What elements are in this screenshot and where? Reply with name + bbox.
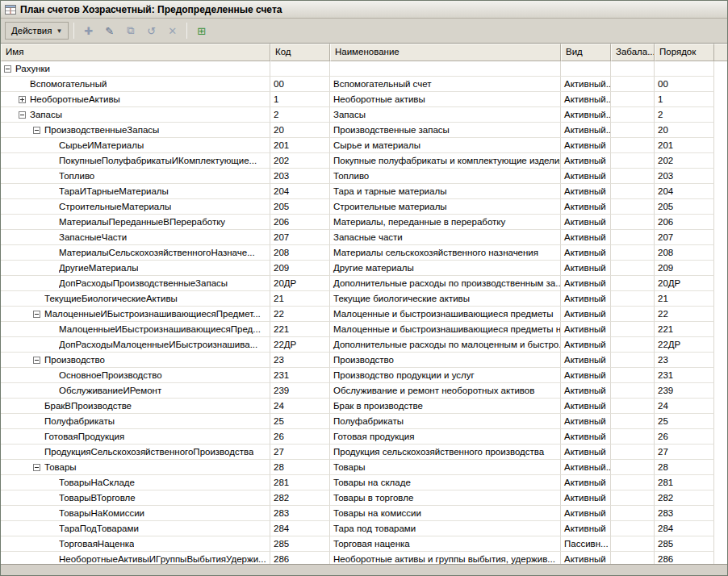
account-name-cell[interactable]: БракВПроизводстве bbox=[1, 399, 270, 414]
account-fullname-cell[interactable]: Товары на складе bbox=[330, 475, 561, 490]
account-code-cell[interactable]: 1 bbox=[270, 92, 330, 107]
account-code-cell[interactable]: 20 bbox=[270, 123, 330, 138]
account-order-cell[interactable]: 239 bbox=[655, 383, 714, 399]
account-code-cell[interactable]: 24 bbox=[270, 399, 330, 414]
account-fullname-cell[interactable]: Сырье и материалы bbox=[330, 138, 561, 153]
table-row[interactable]: ЗапасныеЧасти 207 Запасные части Активны… bbox=[1, 230, 727, 245]
account-offbalance-cell[interactable] bbox=[611, 552, 655, 564]
account-order-cell[interactable]: 283 bbox=[655, 506, 714, 521]
account-code-cell[interactable]: 26 bbox=[270, 429, 330, 445]
account-fullname-cell[interactable]: Дополнительные расходы по производственн… bbox=[330, 276, 561, 291]
account-code-cell[interactable]: 231 bbox=[270, 368, 330, 383]
account-order-cell[interactable]: 201 bbox=[655, 138, 714, 153]
table-row[interactable]: Вспомогательный 00 Вспомогательный счет … bbox=[1, 77, 727, 92]
table-row[interactable]: Товары 28 Товары Активный... 28 bbox=[1, 460, 727, 475]
account-fullname-cell[interactable]: Материалы сельскохозяйственного назначен… bbox=[330, 245, 561, 261]
account-fullname-cell[interactable]: Производственные запасы bbox=[330, 123, 561, 138]
account-name-cell[interactable]: ТорговаяНаценка bbox=[1, 536, 270, 552]
account-fullname-cell[interactable]: Другие материалы bbox=[330, 261, 561, 276]
table-row[interactable]: Запасы 2 Запасы Активный... 2 bbox=[1, 107, 727, 123]
account-offbalance-cell[interactable] bbox=[611, 506, 655, 521]
account-fullname-cell[interactable]: Брак в производстве bbox=[330, 399, 561, 414]
account-offbalance-cell[interactable] bbox=[611, 414, 655, 429]
account-order-cell[interactable]: 209 bbox=[655, 261, 714, 276]
table-row[interactable]: ТекущиеБиологическиеАктивы 21 Текущие би… bbox=[1, 291, 727, 307]
table-row[interactable]: Производство 23 Производство Активный 23 bbox=[1, 353, 727, 368]
table-row[interactable]: ПродукцияСельскохозяйственногоПроизводст… bbox=[1, 445, 727, 460]
account-fullname-cell[interactable]: Запасные части bbox=[330, 230, 561, 245]
table-row[interactable]: ДопРасходыПроизводственныеЗапасы 20ДР До… bbox=[1, 276, 727, 291]
account-kind-cell[interactable]: Активный bbox=[561, 215, 611, 230]
account-kind-cell[interactable]: Активный bbox=[561, 245, 611, 261]
column-header-order[interactable]: Порядок bbox=[655, 44, 714, 61]
account-code-cell[interactable]: 239 bbox=[270, 383, 330, 399]
account-offbalance-cell[interactable] bbox=[611, 61, 655, 77]
account-code-cell[interactable]: 285 bbox=[270, 536, 330, 552]
account-kind-cell[interactable]: Активный bbox=[561, 230, 611, 245]
tree-expander-icon[interactable] bbox=[19, 111, 26, 119]
account-name-cell[interactable]: Запасы bbox=[1, 107, 270, 123]
account-offbalance-cell[interactable] bbox=[611, 184, 655, 199]
account-kind-cell[interactable]: Пассивн... bbox=[561, 536, 611, 552]
account-order-cell[interactable]: 285 bbox=[655, 536, 714, 552]
account-name-cell[interactable]: Полуфабрикаты bbox=[1, 414, 270, 429]
table-row[interactable]: МатериалыСельскохозяйственногоНазначе...… bbox=[1, 245, 727, 261]
account-fullname-cell[interactable]: Строительные материалы bbox=[330, 199, 561, 215]
table-row[interactable]: МалоценныеИБыстроизнашивающиесяПред... 2… bbox=[1, 322, 727, 337]
account-name-cell[interactable]: Топливо bbox=[1, 169, 270, 184]
account-order-cell[interactable]: 281 bbox=[655, 475, 714, 490]
account-fullname-cell[interactable]: Малоценные и быстроизнашивающиеся предме… bbox=[330, 307, 561, 322]
table-row[interactable]: ТоварыНаКомиссии 283 Товары на комиссии … bbox=[1, 506, 727, 521]
account-offbalance-cell[interactable] bbox=[611, 77, 655, 92]
account-offbalance-cell[interactable] bbox=[611, 307, 655, 322]
account-offbalance-cell[interactable] bbox=[611, 215, 655, 230]
account-kind-cell[interactable]: Активный bbox=[561, 169, 611, 184]
account-offbalance-cell[interactable] bbox=[611, 383, 655, 399]
account-fullname-cell[interactable]: Покупные полуфабрикаты и комплектующие и… bbox=[330, 153, 561, 169]
account-order-cell[interactable]: 20 bbox=[655, 123, 714, 138]
account-code-cell[interactable]: 22ДР bbox=[270, 337, 330, 353]
column-header-code[interactable]: Код bbox=[270, 44, 330, 61]
copy-button[interactable]: ⧉ bbox=[121, 22, 140, 40]
account-code-cell[interactable]: 20ДР bbox=[270, 276, 330, 291]
table-row[interactable]: НеоборотныеАктивыИГруппыВыбытияУдержи...… bbox=[1, 552, 727, 564]
account-kind-cell[interactable]: Активный bbox=[561, 261, 611, 276]
account-kind-cell[interactable]: Активный bbox=[561, 414, 611, 429]
column-header-kind[interactable]: Вид bbox=[561, 44, 611, 61]
account-fullname-cell[interactable]: Вспомогательный счет bbox=[330, 77, 561, 92]
bottom-scroll-area[interactable] bbox=[1, 564, 727, 575]
account-name-cell[interactable]: Товары bbox=[1, 460, 270, 475]
account-offbalance-cell[interactable] bbox=[611, 153, 655, 169]
account-fullname-cell[interactable]: Товары bbox=[330, 460, 561, 475]
account-code-cell[interactable]: 27 bbox=[270, 445, 330, 460]
table-row[interactable]: СырьеИМатериалы 201 Сырье и материалы Ак… bbox=[1, 138, 727, 153]
account-kind-cell[interactable]: Активный bbox=[561, 506, 611, 521]
account-fullname-cell[interactable]: Материалы, переданные в переработку bbox=[330, 215, 561, 230]
account-offbalance-cell[interactable] bbox=[611, 445, 655, 460]
account-code-cell[interactable]: 25 bbox=[270, 414, 330, 429]
account-kind-cell[interactable]: Активный bbox=[561, 291, 611, 307]
account-order-cell[interactable]: 286 bbox=[655, 552, 714, 564]
account-offbalance-cell[interactable] bbox=[611, 291, 655, 307]
account-name-cell[interactable]: ТараИТарныеМатериалы bbox=[1, 184, 270, 199]
account-kind-cell[interactable]: Активный bbox=[561, 429, 611, 445]
table-row[interactable]: НеоборотныеАктивы 1 Необоротные активы А… bbox=[1, 92, 727, 107]
account-kind-cell[interactable]: Активный bbox=[561, 153, 611, 169]
account-kind-cell[interactable]: Активный bbox=[561, 337, 611, 353]
account-code-cell[interactable]: 282 bbox=[270, 490, 330, 506]
table-row[interactable]: ПокупныеПолуфабрикатыИКомплектующие... 2… bbox=[1, 153, 727, 169]
account-kind-cell[interactable]: Активный bbox=[561, 475, 611, 490]
account-kind-cell[interactable]: Активный... bbox=[561, 460, 611, 475]
table-row[interactable]: ОсновноеПроизводство 231 Производство пр… bbox=[1, 368, 727, 383]
account-fullname-cell[interactable]: Необоротные активы bbox=[330, 92, 561, 107]
account-order-cell[interactable]: 22ДР bbox=[655, 337, 714, 353]
account-code-cell[interactable]: 202 bbox=[270, 153, 330, 169]
account-kind-cell[interactable]: Активный bbox=[561, 322, 611, 337]
account-fullname-cell[interactable]: Товары в торговле bbox=[330, 490, 561, 506]
account-fullname-cell[interactable]: Товары на комиссии bbox=[330, 506, 561, 521]
table-row[interactable]: ДопРасходыМалоценныеИБыстроизнашива... 2… bbox=[1, 337, 727, 353]
account-name-cell[interactable]: ТараПодТоварами bbox=[1, 521, 270, 536]
account-fullname-cell[interactable]: Малоценные и быстроизнашивающиеся предме… bbox=[330, 322, 561, 337]
table-row[interactable]: ПроизводственныеЗапасы 20 Производственн… bbox=[1, 123, 727, 138]
tree-expander-icon[interactable] bbox=[19, 96, 26, 103]
